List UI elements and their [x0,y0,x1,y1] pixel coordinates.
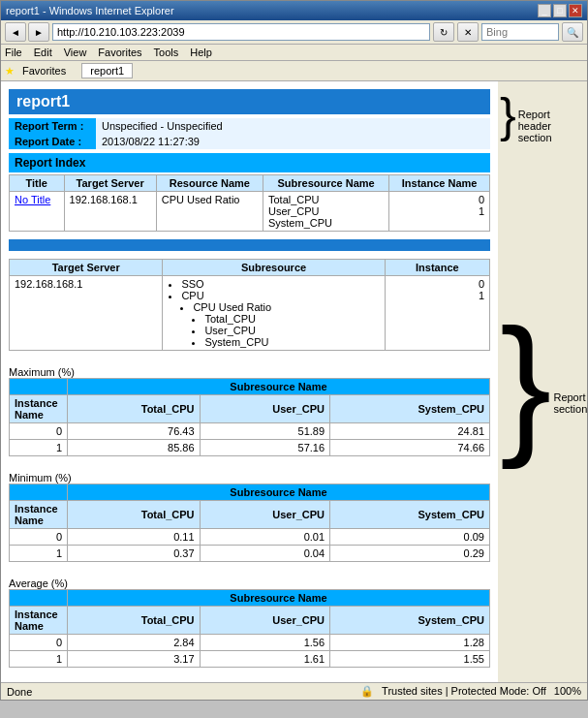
menu-tools[interactable]: Tools [154,47,179,58]
favorites-bar: ★ Favorites report1 [1,61,587,81]
detail-col-instance: Instance [385,260,489,276]
index-col-title: Title [10,175,65,192]
table-row: 00.110.010.09 [10,529,490,546]
side-annotations: } Report header section } Report section [500,81,587,682]
detail-col-server: Target Server [10,260,163,276]
avg-col-instance: Instance Name [10,607,68,635]
max-col-user: User_CPU [200,395,329,423]
avg-col-total: Total_CPU [68,607,201,635]
table-row: 02.841.561.28 [10,635,490,651]
status-right: 🔒 Trusted sites | Protected Mode: Off 10… [360,685,581,698]
max-col-system: System_CPU [330,395,490,423]
index-table: Title Target Server Resource Name Subres… [9,174,490,232]
menu-favorites[interactable]: Favorites [98,47,141,58]
detail-row: 192.168.168.1 SSO CPU CPU Used Ratio Tot… [10,276,490,351]
detail-col-subresource: Subresource [163,260,385,276]
avg-label: Average (%) [9,577,68,590]
minimize-button[interactable]: _ [538,4,551,17]
index-section-header: Report Index [9,153,490,172]
detail-subresource: SSO CPU CPU Used Ratio Total_CPU User_CP… [163,276,385,351]
index-instances: 01 [389,192,490,232]
max-header-instance [10,379,68,395]
table-row: 185.8657.1674.66 [10,440,490,456]
avg-section: Average (%) Subresource Name Instance Na… [9,578,490,668]
index-resource: CPU Used Ratio [156,192,263,232]
min-header-instance [10,484,68,501]
max-col-instance: Instance Name [10,395,68,423]
page-content: report1 Report Term : Unspecified - Unsp… [1,81,498,682]
status-bar: Done 🔒 Trusted sites | Protected Mode: O… [1,682,587,700]
avg-col-system: System_CPU [330,607,490,635]
detail-server: 192.168.168.1 [10,276,163,351]
back-button[interactable]: ◄ [5,22,26,42]
min-table: Subresource Name Instance Name Total_CPU… [9,484,490,562]
header-brace-icon: } [500,91,516,140]
header-annotation-text: Report header section [518,109,552,143]
window-controls: _ □ ✕ [538,4,582,17]
stop-button[interactable]: ✕ [457,22,479,42]
min-col-system: System_CPU [330,501,490,529]
report-title: report1 [9,89,490,114]
zoom-text: 100% [554,685,581,698]
header-annotation: } Report header section [500,81,552,143]
avg-col-user: User_CPU [200,607,329,635]
trusted-text: Trusted sites | Protected Mode: Off [382,685,546,698]
maximize-button[interactable]: □ [553,4,567,17]
avg-header-subresource: Subresource Name [68,590,490,607]
nav-buttons: ◄ ► [5,22,49,42]
address-input[interactable] [52,23,430,41]
index-col-subresource: Subresource Name [263,175,388,192]
max-section: Maximum (%) Subresource Name Instance Na… [9,366,490,456]
search-input[interactable] [481,23,559,41]
index-col-server: Target Server [64,175,156,192]
address-bar: ◄ ► ↻ ✕ 🔍 [1,20,587,45]
close-button[interactable]: ✕ [569,4,582,17]
table-row: 10.370.040.29 [10,546,490,562]
menu-view[interactable]: View [64,47,87,58]
min-col-instance: Instance Name [10,501,68,529]
menu-bar: File Edit View Favorites Tools Help [1,45,587,61]
index-server: 192.168.168.1 [64,192,156,232]
favorites-label[interactable]: Favorites [22,65,66,77]
browser-window: report1 - Windows Internet Explorer _ □ … [0,0,588,701]
table-row: 076.4351.8924.81 [10,423,490,440]
avg-table: Subresource Name Instance Name Total_CPU… [9,589,490,668]
min-section: Minimum (%) Subresource Name Instance Na… [9,472,490,562]
menu-help[interactable]: Help [190,47,212,58]
max-col-total: Total_CPU [68,395,201,423]
term-value: Unspecified - Unspecified [96,118,490,134]
index-col-instance: Instance Name [389,175,490,192]
detail-table: Target Server Subresource Instance 192.1… [9,259,490,351]
report-info-table: Report Term : Unspecified - Unspecified … [9,118,490,149]
favorites-star-icon: ★ [5,65,15,78]
status-text: Done [7,686,32,698]
menu-edit[interactable]: Edit [34,47,52,58]
index-row: No Title 192.168.168.1 CPU Used Ratio To… [10,192,490,232]
report-annotation: } Report section [500,314,587,453]
min-col-user: User_CPU [200,501,329,529]
table-row: 13.171.611.55 [10,651,490,668]
report-annotation-text: Report section [553,391,587,415]
index-subresources: Total_CPUUser_CPUSystem_CPU [263,192,388,232]
window-title: report1 - Windows Internet Explorer [6,5,174,16]
avg-header-instance [10,590,68,607]
search-button[interactable]: 🔍 [562,22,583,42]
max-header-subresource: Subresource Name [68,379,490,395]
date-value: 2013/08/22 11:27:39 [96,134,490,149]
blue-separator [9,239,490,251]
forward-button[interactable]: ► [28,22,49,42]
term-label: Report Term : [9,118,96,134]
max-label: Maximum (%) [9,365,75,379]
min-col-total: Total_CPU [68,501,201,529]
lock-icon: 🔒 [360,685,374,698]
min-header-subresource: Subresource Name [68,484,490,501]
min-label: Minimum (%) [9,471,72,484]
menu-file[interactable]: File [5,47,22,58]
tab-report1[interactable]: report1 [81,63,133,78]
max-table: Subresource Name Instance Name Total_CPU… [9,378,490,456]
index-title-link[interactable]: No Title [10,192,65,232]
detail-instance: 01 [385,276,489,351]
date-label: Report Date : [9,134,96,149]
refresh-button[interactable]: ↻ [433,22,454,42]
report-brace-icon: } [500,314,551,453]
